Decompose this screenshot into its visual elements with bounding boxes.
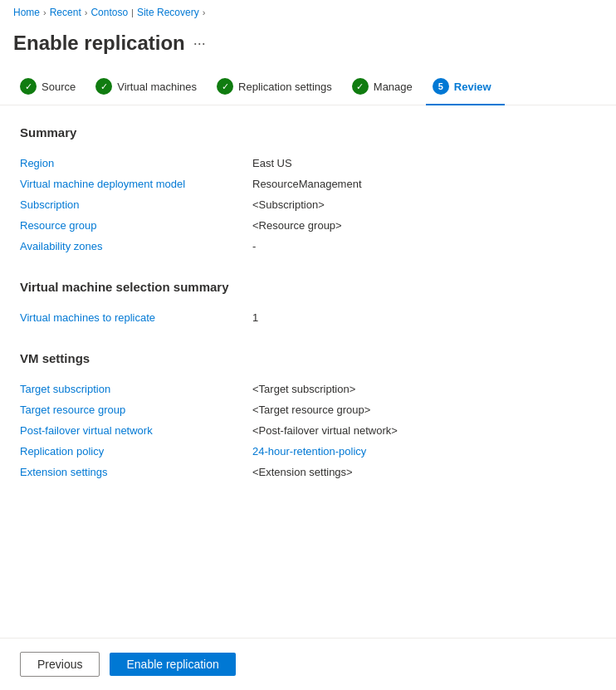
step-vm-label: Virtual machines [117,81,197,93]
summary-row-region: Region East US [20,153,596,174]
summary-title: Summary [20,125,596,139]
summary-label-region[interactable]: Region [20,157,252,169]
summary-value-vm-model: ResourceManagement [252,178,362,190]
vm-settings-label-rep-policy[interactable]: Replication policy [20,445,252,458]
vm-settings-value-target-sub: <Target subscription> [252,383,355,395]
step-manage-label: Manage [374,81,413,93]
step-source[interactable]: ✓ Source [13,68,89,105]
step-review-number: 5 [433,78,449,95]
breadcrumb-home[interactable]: Home [13,7,40,18]
summary-row-vm-model: Virtual machine deployment model Resourc… [20,174,596,194]
content-area: Summary Region East US Virtual machine d… [0,125,616,482]
summary-value-subscription: <Subscription> [252,198,325,211]
vm-settings-row-extension: Extension settings <Extension settings> [20,462,596,482]
steps-bar: ✓ Source ✓ Virtual machines ✓ Replicatio… [0,68,616,105]
summary-label-vm-model[interactable]: Virtual machine deployment model [20,178,252,190]
step-review[interactable]: 5 Review [426,68,505,105]
summary-table: Region East US Virtual machine deploymen… [20,153,596,257]
step-review-label: Review [454,81,491,93]
vm-selection-label[interactable]: Virtual machines to replicate [20,311,252,324]
summary-label-resource-group[interactable]: Resource group [20,219,252,232]
step-rep-check-icon: ✓ [217,78,233,95]
vm-selection-table: Virtual machines to replicate 1 [20,307,596,328]
vm-settings-label-target-sub[interactable]: Target subscription [20,383,252,395]
vm-settings-value-target-rg: <Target resource group> [252,404,370,416]
step-manage-check-icon: ✓ [352,78,369,95]
step-virtual-machines[interactable]: ✓ Virtual machines [89,68,210,105]
vm-settings-table: Target subscription <Target subscription… [20,379,596,482]
page-options-button[interactable]: ··· [193,35,206,52]
breadcrumb-sep-4: › [203,7,206,17]
vm-selection-title: Virtual machine selection summary [20,280,596,294]
summary-value-region: East US [252,157,292,169]
breadcrumb-site-recovery[interactable]: Site Recovery [137,7,199,18]
step-replication-settings[interactable]: ✓ Replication settings [210,68,345,105]
step-vm-check-icon: ✓ [95,78,112,95]
summary-value-availability-zones: - [252,240,256,252]
breadcrumb-sep-3: | [131,7,134,17]
main-content: Summary Region East US Virtual machine d… [0,125,616,572]
vm-selection-section: Virtual machine selection summary Virtua… [20,280,596,328]
vm-settings-label-target-rg[interactable]: Target resource group [20,404,252,416]
vm-settings-value-vnet: <Post-failover virtual network> [252,424,398,437]
breadcrumb: Home › Recent › Contoso | Site Recovery … [0,0,616,25]
breadcrumb-recent[interactable]: Recent [50,7,81,18]
step-manage[interactable]: ✓ Manage [345,68,426,105]
breadcrumb-sep-2: › [85,7,88,17]
summary-row-resource-group: Resource group <Resource group> [20,215,596,236]
step-rep-label: Replication settings [238,81,332,93]
vm-settings-section: VM settings Target subscription <Target … [20,351,596,482]
step-source-label: Source [42,81,76,93]
breadcrumb-contoso[interactable]: Contoso [90,7,128,18]
summary-section: Summary Region East US Virtual machine d… [20,125,596,257]
enable-replication-button[interactable]: Enable replication [110,653,235,676]
vm-settings-label-vnet[interactable]: Post-failover virtual network [20,424,252,437]
footer: Previous Enable replication [0,638,616,690]
vm-settings-value-extension: <Extension settings> [252,466,353,478]
summary-label-subscription[interactable]: Subscription [20,198,252,211]
vm-settings-value-rep-policy[interactable]: 24-hour-retention-policy [252,445,366,458]
vm-settings-title: VM settings [20,351,596,365]
summary-value-resource-group: <Resource group> [252,219,342,232]
vm-settings-label-extension[interactable]: Extension settings [20,466,252,478]
vm-selection-value: 1 [252,311,258,324]
vm-settings-row-target-rg: Target resource group <Target resource g… [20,399,596,420]
summary-row-subscription: Subscription <Subscription> [20,194,596,215]
vm-settings-row-rep-policy: Replication policy 24-hour-retention-pol… [20,441,596,462]
summary-row-availability-zones: Availability zones - [20,236,596,257]
vm-selection-row: Virtual machines to replicate 1 [20,307,596,328]
vm-settings-row-vnet: Post-failover virtual network <Post-fail… [20,420,596,441]
page-title: Enable replication [13,32,185,55]
breadcrumb-sep-1: › [43,7,46,17]
previous-button[interactable]: Previous [20,652,100,677]
step-source-check-icon: ✓ [20,78,37,95]
summary-label-availability-zones[interactable]: Availability zones [20,240,252,252]
page-title-row: Enable replication ··· [0,25,616,68]
vm-settings-row-target-sub: Target subscription <Target subscription… [20,379,596,399]
